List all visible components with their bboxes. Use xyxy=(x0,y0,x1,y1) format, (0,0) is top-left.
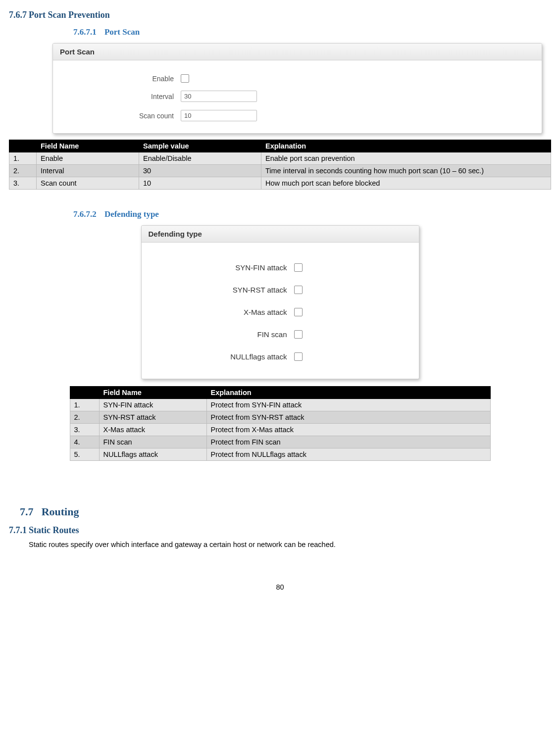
synrst-row: SYN-RST attack xyxy=(153,286,407,294)
cell: 1. xyxy=(70,399,99,411)
table-row: 5. NULLflags attack Protect from NULLfla… xyxy=(70,448,490,461)
synfin-checkbox[interactable] xyxy=(294,263,303,272)
cell: 30 xyxy=(139,165,261,177)
cell: SYN-RST attack xyxy=(99,411,206,424)
defending-type-table: Field Name Explanation 1. SYN-FIN attack… xyxy=(70,386,491,461)
table-row: 1. SYN-FIN attack Protect from SYN-FIN a… xyxy=(70,399,490,411)
finscan-label: FIN scan xyxy=(153,330,294,339)
cell: 5. xyxy=(70,448,99,461)
col-sample: Sample value xyxy=(139,140,261,152)
enable-label: Enable xyxy=(65,75,181,83)
static-routes-paragraph: Static routes specify over which interfa… xyxy=(29,541,551,548)
cell: 2. xyxy=(70,411,99,424)
heading-7-6-7-2: 7.6.7.2 Defending type xyxy=(73,209,551,219)
defending-type-panel: Defending type SYN-FIN attack SYN-RST at… xyxy=(141,225,419,379)
col-num xyxy=(9,140,37,152)
interval-label: Interval xyxy=(65,93,181,100)
enable-row: Enable xyxy=(65,74,530,83)
col-field: Field Name xyxy=(37,140,139,152)
heading-title: Static Routes xyxy=(29,525,79,535)
table-row: 2. Interval 30 Time interval in seconds … xyxy=(9,165,551,177)
col-field: Field Name xyxy=(99,387,206,399)
heading-number: 7.7 xyxy=(20,505,34,518)
port-scan-table: Field Name Sample value Explanation 1. E… xyxy=(9,140,551,190)
cell: Time interval in seconds counting how mu… xyxy=(261,165,551,177)
enable-checkbox[interactable] xyxy=(181,74,189,83)
cell: FIN scan xyxy=(99,436,206,448)
synrst-label: SYN-RST attack xyxy=(153,286,294,294)
synfin-label: SYN-FIN attack xyxy=(153,263,294,272)
heading-title: Port Scan Prevention xyxy=(29,10,110,20)
xmas-label: X-Mas attack xyxy=(153,308,294,316)
interval-input[interactable] xyxy=(181,91,257,102)
cell: Enable port scan prevention xyxy=(261,152,551,165)
cell: Protect from FIN scan xyxy=(206,436,490,448)
scancount-label: Scan count xyxy=(65,112,181,120)
cell: X-Mas attack xyxy=(99,424,206,436)
scancount-input[interactable] xyxy=(181,110,257,121)
heading-number: 7.6.7.1 xyxy=(73,27,97,37)
heading-number: 7.7.1 xyxy=(9,525,27,535)
heading-7-6-7-1: 7.6.7.1 Port Scan xyxy=(73,27,551,37)
cell: SYN-FIN attack xyxy=(99,399,206,411)
table-row: 3. Scan count 10 How much port scan befo… xyxy=(9,177,551,190)
heading-title: Routing xyxy=(42,505,79,518)
heading-number: 7.6.7 xyxy=(9,10,27,20)
col-expl: Explanation xyxy=(206,387,490,399)
cell: How much port scan before blocked xyxy=(261,177,551,190)
table-row: 1. Enable Enable/Disable Enable port sca… xyxy=(9,152,551,165)
scancount-row: Scan count xyxy=(65,110,530,121)
nullflags-label: NULLflags attack xyxy=(153,352,294,361)
col-num xyxy=(70,387,99,399)
xmas-row: X-Mas attack xyxy=(153,308,407,316)
cell: 2. xyxy=(9,165,37,177)
xmas-checkbox[interactable] xyxy=(294,308,303,316)
cell: Enable/Disable xyxy=(139,152,261,165)
cell: 3. xyxy=(70,424,99,436)
cell: NULLflags attack xyxy=(99,448,206,461)
cell: Enable xyxy=(37,152,139,165)
cell: Protect from SYN-RST attack xyxy=(206,411,490,424)
page-number: 80 xyxy=(9,583,551,591)
col-expl: Explanation xyxy=(261,140,551,152)
cell: 3. xyxy=(9,177,37,190)
cell: Protect from SYN-FIN attack xyxy=(206,399,490,411)
cell: 1. xyxy=(9,152,37,165)
panel-title: Defending type xyxy=(142,226,419,243)
finscan-row: FIN scan xyxy=(153,330,407,339)
heading-7-7-1: 7.7.1 Static Routes xyxy=(9,525,551,536)
cell: Scan count xyxy=(37,177,139,190)
synfin-row: SYN-FIN attack xyxy=(153,263,407,272)
cell: 4. xyxy=(70,436,99,448)
table-row: 3. X-Mas attack Protect from X-Mas attac… xyxy=(70,424,490,436)
heading-7-6-7: 7.6.7 Port Scan Prevention xyxy=(9,10,551,20)
finscan-checkbox[interactable] xyxy=(294,330,303,339)
table-row: 4. FIN scan Protect from FIN scan xyxy=(70,436,490,448)
panel-title: Port Scan xyxy=(53,44,542,60)
port-scan-panel: Port Scan Enable Interval Scan count xyxy=(52,43,542,134)
heading-7-7: 7.7 Routing xyxy=(20,505,551,518)
synrst-checkbox[interactable] xyxy=(294,286,303,294)
heading-title: Defending type xyxy=(104,209,159,219)
heading-number: 7.6.7.2 xyxy=(73,209,97,219)
table-row: 2. SYN-RST attack Protect from SYN-RST a… xyxy=(70,411,490,424)
cell: Protect from X-Mas attack xyxy=(206,424,490,436)
interval-row: Interval xyxy=(65,91,530,102)
cell: Interval xyxy=(37,165,139,177)
cell: 10 xyxy=(139,177,261,190)
cell: Protect from NULLflags attack xyxy=(206,448,490,461)
heading-title: Port Scan xyxy=(104,27,140,37)
nullflags-checkbox[interactable] xyxy=(294,352,303,361)
nullflags-row: NULLflags attack xyxy=(153,352,407,361)
